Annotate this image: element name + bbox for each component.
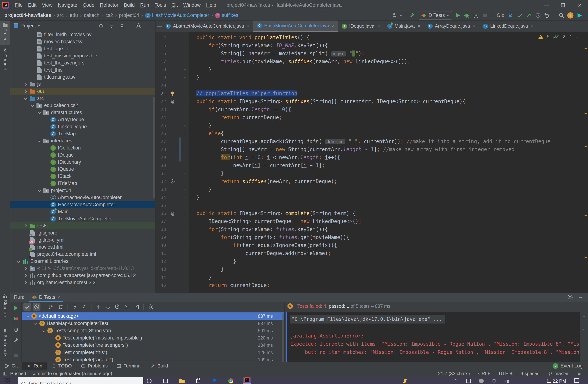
tree-item[interactable]: CArrayDeque: [10, 116, 155, 123]
lock-open-icon[interactable]: [577, 371, 582, 376]
stripe-button-commit[interactable]: Commit: [0, 45, 10, 72]
taskbar-clock[interactable]: 11:22 PM: [546, 378, 566, 384]
tree-item[interactable]: title.ratings.tsv: [10, 74, 155, 81]
status-message[interactable]: Pushed 1 commit to origin/master (a minu…: [10, 371, 112, 376]
start-button-icon[interactable]: [5, 378, 10, 383]
breadcrumb-item[interactable]: CHashMovieAutoCompleter: [145, 13, 209, 18]
menu-file[interactable]: File: [12, 2, 25, 8]
file-encoding[interactable]: UTF-8: [499, 371, 512, 376]
cortana-icon[interactable]: [145, 378, 153, 384]
menu-refactor[interactable]: Refactor: [97, 2, 121, 8]
restore-icon[interactable]: [555, 0, 571, 10]
tree-item[interactable]: YML.gitlab-ci.yml: [10, 236, 155, 244]
settings-icon[interactable]: [135, 22, 142, 30]
tree-item[interactable]: CMain: [10, 208, 155, 215]
close-icon[interactable]: ×: [332, 23, 335, 28]
sort-duration-icon[interactable]: [57, 303, 64, 311]
test-result-row[interactable]: ×HashMapAutocompleterTest837 ms: [21, 320, 284, 327]
caret-position[interactable]: 21:7 (33 chars): [438, 371, 470, 376]
tree-item[interactable]: Hmovies.html: [10, 244, 155, 251]
tree-item[interactable]: filter_imdb_movies.py: [10, 31, 155, 38]
commit-check-icon[interactable]: [516, 12, 524, 19]
update-available-icon[interactable]: ↑: [567, 12, 574, 19]
tree-item[interactable]: IIQueue: [10, 166, 155, 173]
menu-tools[interactable]: Tools: [152, 2, 169, 8]
tree-item[interactable]: test_age_of: [10, 45, 155, 52]
breadcrumb-item[interactable]: project04: [119, 13, 139, 18]
taskbar-search-input[interactable]: Type here to search: [18, 377, 143, 384]
tree-item[interactable]: CLinkedDeque: [10, 123, 155, 130]
tree-item[interactable]: IIDictionary: [10, 158, 155, 166]
tree-item[interactable]: tests: [10, 222, 155, 229]
prev-problem-icon[interactable]: ⌃: [568, 35, 572, 39]
run-tab[interactable]: D Tests ×: [29, 293, 63, 302]
editor-tab[interactable]: CLinkedDeque.java×: [479, 21, 537, 32]
tree-item[interactable]: CTrieMap: [10, 130, 155, 137]
test-result-row[interactable]: ×Test complete("this")128 ms: [21, 349, 284, 356]
inspections-widget[interactable]: 5 ✓✓ 2 ⌃ ⌃: [538, 34, 579, 40]
tray-app-icon[interactable]: [401, 378, 409, 384]
hammer-icon[interactable]: [409, 12, 416, 19]
tree-item[interactable]: IICollection: [10, 144, 155, 152]
toolwindow-button-build[interactable]: Build: [146, 362, 172, 370]
tray-teams-icon[interactable]: [464, 378, 473, 384]
microsoft-store-icon[interactable]: [194, 378, 202, 384]
tree-item[interactable]: CAbstractMovieAutoCompleter: [10, 194, 155, 201]
test-result-row[interactable]: ×Test complete("mission: impossible")220…: [21, 334, 284, 341]
search-icon[interactable]: [558, 12, 565, 19]
tree-item[interactable]: CTrieMovieAutoCompleter: [10, 215, 155, 222]
expand-all-icon[interactable]: [108, 22, 115, 30]
file-explorer-icon[interactable]: [178, 378, 186, 384]
export-results-icon[interactable]: [132, 303, 140, 311]
tree-item[interactable]: .gitignore: [10, 229, 155, 236]
editor-tab[interactable]: IIDeque.java×: [338, 21, 384, 32]
tree-item[interactable]: project04: [10, 187, 155, 194]
test-history-icon[interactable]: [114, 303, 121, 311]
toolwindow-button-run[interactable]: Run: [22, 362, 47, 370]
coverage-icon[interactable]: [472, 12, 480, 19]
code-with-me-icon[interactable]: [576, 12, 583, 19]
next-failed-icon[interactable]: [104, 303, 112, 311]
breadcrumb-item[interactable]: caltech: [84, 13, 100, 18]
line-separator[interactable]: CRLF: [478, 371, 491, 376]
collapse-all-icon[interactable]: [80, 303, 88, 311]
menu-navigate[interactable]: Navigate: [55, 2, 80, 8]
layout-icon[interactable]: [2, 371, 8, 376]
notification-center-icon[interactable]: [574, 378, 579, 383]
git-branch-widget[interactable]: master: [548, 371, 569, 376]
tree-item[interactable]: src: [10, 95, 155, 102]
breadcrumb-item[interactable]: cs2: [105, 13, 113, 18]
menu-code[interactable]: Code: [80, 2, 97, 8]
close-icon[interactable]: ×: [418, 23, 420, 29]
stripe-button-project[interactable]: Project: [0, 21, 10, 45]
run-icon[interactable]: [454, 12, 462, 19]
tree-item[interactable]: CHashMovieAutoCompleter: [10, 201, 155, 208]
test-result-row[interactable]: ×Test complete("the avengers")134 ms: [21, 341, 284, 349]
tree-item[interactable]: org.hamcrest:hamcrest:2.2: [10, 279, 155, 286]
tree-item[interactable]: test_this: [10, 67, 155, 74]
tray-onedrive-icon[interactable]: [477, 378, 485, 384]
editor-tab[interactable]: CHashMovieAutoCompleter.java×: [253, 21, 338, 32]
toolwindow-button-todo[interactable]: TODO: [47, 362, 76, 370]
close-icon[interactable]: ×: [377, 23, 380, 29]
scroll-down-icon[interactable]: ↓: [583, 325, 585, 331]
test-tree-scrollbar[interactable]: [282, 313, 284, 367]
tray-display-icon[interactable]: ⊡: [490, 378, 498, 384]
scroll-up-icon[interactable]: ↑: [583, 314, 585, 320]
tree-item[interactable]: test_the_avengers: [10, 59, 155, 67]
sort-alpha-icon[interactable]: az: [47, 303, 55, 311]
tree-item[interactable]: interfaces: [10, 137, 155, 144]
history-icon[interactable]: [534, 12, 542, 19]
close-icon[interactable]: ×: [473, 23, 476, 29]
import-results-icon[interactable]: [123, 303, 131, 311]
stop-icon[interactable]: [13, 352, 20, 359]
tree-item[interactable]: edu.caltech.cs2: [10, 102, 155, 109]
rollback-icon[interactable]: [543, 12, 551, 19]
breadcrumb-item[interactable]: src: [57, 13, 64, 18]
project-scrollbar[interactable]: [153, 97, 155, 199]
rerun-icon[interactable]: [13, 304, 20, 311]
editor-tab[interactable]: CArrayDeque.java×: [424, 21, 479, 32]
menu-run[interactable]: Run: [137, 2, 152, 8]
toolwindow-button-terminal[interactable]: Terminal: [112, 362, 146, 370]
menu-edit[interactable]: Edit: [25, 2, 39, 8]
